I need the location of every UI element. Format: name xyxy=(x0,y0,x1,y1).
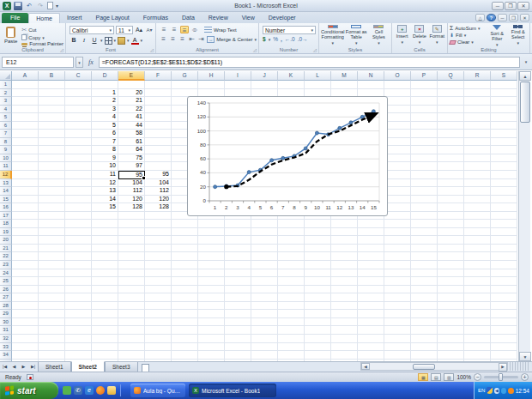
alignment-dialog-launcher[interactable]: ◿ xyxy=(253,48,257,52)
cell-A10[interactable] xyxy=(12,154,39,163)
cell-C29[interactable] xyxy=(65,310,92,318)
cell-M33[interactable] xyxy=(331,343,358,352)
delete-cells-button[interactable]: Delete▾ xyxy=(411,25,427,45)
ribbon-tab-review[interactable]: Review xyxy=(202,13,235,23)
column-header-D[interactable]: D xyxy=(92,71,118,81)
cell-B1[interactable] xyxy=(39,81,65,89)
prev-sheet-icon[interactable]: ◀ xyxy=(9,362,19,372)
cell-R29[interactable] xyxy=(464,310,491,318)
row-header-20[interactable]: 20 xyxy=(0,236,12,245)
cell-J26[interactable] xyxy=(251,286,278,294)
cell-Q13[interactable] xyxy=(438,179,464,188)
cell-G20[interactable] xyxy=(172,236,198,245)
cell-E32[interactable] xyxy=(118,335,145,343)
cell-J22[interactable] xyxy=(251,252,278,261)
cell-Q30[interactable] xyxy=(438,318,464,327)
cell-O13[interactable] xyxy=(384,179,411,188)
cell-J28[interactable] xyxy=(251,302,278,311)
cell-A22[interactable] xyxy=(12,252,39,261)
align-middle-icon[interactable]: ≡ xyxy=(170,26,178,33)
cell-R30[interactable] xyxy=(464,318,491,327)
cell-E31[interactable] xyxy=(118,326,145,335)
cell-I23[interactable] xyxy=(225,261,251,269)
find-select-button[interactable]: Find & Select▾ xyxy=(509,25,529,45)
clear-button[interactable]: Clear▾ xyxy=(450,39,486,45)
cell-H23[interactable] xyxy=(198,261,225,269)
cell-D22[interactable] xyxy=(92,252,118,261)
font-color-icon[interactable]: A xyxy=(131,37,139,45)
row-header-30[interactable]: 30 xyxy=(0,318,12,327)
collapse-ribbon-icon[interactable]: △ xyxy=(475,14,485,21)
cell-C28[interactable] xyxy=(65,302,92,311)
cell-B29[interactable] xyxy=(39,310,65,318)
cell-D16[interactable]: 15 xyxy=(92,203,118,212)
cell-R33[interactable] xyxy=(464,343,491,352)
cell-S34[interactable] xyxy=(491,351,517,360)
row-header-11[interactable]: 11 xyxy=(0,162,12,171)
paste-button[interactable]: Paste xyxy=(2,25,20,45)
cell-I24[interactable] xyxy=(225,269,251,278)
cell-B9[interactable] xyxy=(39,146,65,154)
cell-Q2[interactable] xyxy=(438,89,464,98)
row-header-25[interactable]: 25 xyxy=(0,277,12,286)
row-header-33[interactable]: 33 xyxy=(0,343,12,352)
percent-format-icon[interactable]: % xyxy=(273,36,278,42)
column-header-C[interactable]: C xyxy=(65,71,92,81)
cell-A18[interactable] xyxy=(12,220,39,228)
cell-E24[interactable] xyxy=(118,269,145,278)
ribbon-tab-page-layout[interactable]: Page Layout xyxy=(88,13,136,23)
help-icon[interactable]: ? xyxy=(487,14,496,21)
cell-F31[interactable] xyxy=(145,326,172,335)
cell-D27[interactable] xyxy=(92,293,118,302)
cell-F19[interactable] xyxy=(145,228,172,237)
cell-Q23[interactable] xyxy=(438,261,464,269)
cell-O20[interactable] xyxy=(384,236,411,245)
cell-E1[interactable] xyxy=(118,81,145,89)
cell-P22[interactable] xyxy=(411,252,438,261)
row-header-14[interactable]: 14 xyxy=(0,187,12,196)
start-button[interactable]: start xyxy=(0,382,58,399)
cell-A13[interactable] xyxy=(12,179,39,188)
cell-E28[interactable] xyxy=(118,302,145,311)
cell-S26[interactable] xyxy=(491,286,517,294)
cell-L18[interactable] xyxy=(305,220,331,228)
cell-S31[interactable] xyxy=(491,326,517,335)
cell-B11[interactable] xyxy=(39,162,65,171)
cell-Q10[interactable] xyxy=(438,154,464,163)
cell-I34[interactable] xyxy=(225,351,251,360)
cell-L33[interactable] xyxy=(305,343,331,352)
cell-R14[interactable] xyxy=(464,187,491,196)
cell-G23[interactable] xyxy=(172,261,198,269)
cell-B3[interactable] xyxy=(39,97,65,106)
taskbar-task-2[interactable]: XMicrosoft Excel - Book1 xyxy=(189,384,276,397)
cell-N31[interactable] xyxy=(358,326,384,335)
cell-E9[interactable]: 64 xyxy=(118,146,145,154)
cell-C5[interactable] xyxy=(65,113,92,122)
cell-R20[interactable] xyxy=(464,236,491,245)
cell-Q34[interactable] xyxy=(438,351,464,360)
cell-K31[interactable] xyxy=(278,326,305,335)
cell-F13[interactable]: 104 xyxy=(145,179,172,188)
cell-M25[interactable] xyxy=(331,277,358,286)
cell-F9[interactable] xyxy=(145,146,172,154)
align-top-icon[interactable]: ≡ xyxy=(160,26,168,33)
cell-S27[interactable] xyxy=(491,293,517,302)
record-macro-icon[interactable] xyxy=(27,374,33,380)
cell-H27[interactable] xyxy=(198,293,225,302)
cell-R2[interactable] xyxy=(464,89,491,98)
cell-L21[interactable] xyxy=(305,245,331,253)
cell-O25[interactable] xyxy=(384,277,411,286)
cell-Q21[interactable] xyxy=(438,245,464,253)
cell-G31[interactable] xyxy=(172,326,198,335)
cell-O32[interactable] xyxy=(384,335,411,343)
cell-A17[interactable] xyxy=(12,212,39,221)
cell-E18[interactable] xyxy=(118,220,145,228)
cell-A30[interactable] xyxy=(12,318,39,327)
cell-G34[interactable] xyxy=(172,351,198,360)
cell-C6[interactable] xyxy=(65,122,92,130)
cell-F28[interactable] xyxy=(145,302,172,311)
cell-E6[interactable]: 44 xyxy=(118,122,145,130)
cell-I32[interactable] xyxy=(225,335,251,343)
cell-D18[interactable] xyxy=(92,220,118,228)
cell-O28[interactable] xyxy=(384,302,411,311)
